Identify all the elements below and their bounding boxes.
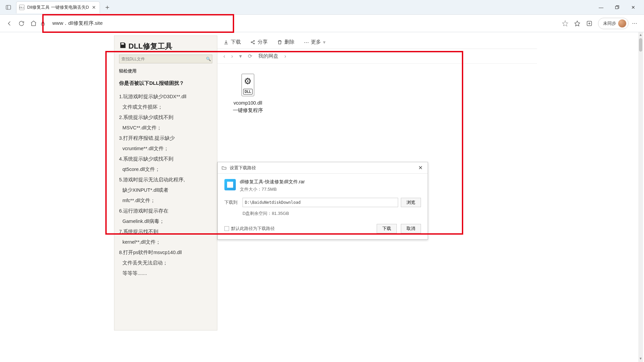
file-toolbar: 下载 分享 删除 ⋯ 更多 ▾ [217,36,537,49]
file-name-line1: vcomp100.dll [226,100,270,107]
avatar-icon [618,19,626,27]
floppy-icon [119,42,126,51]
sidebar-list-line: 5.游戏时提示无法启动此程序, [119,175,212,185]
sidebar-list-line: 4.系统提示缺少或找不到 [119,154,212,164]
sidebar-list-line: 7.系统提示找不到 [119,227,212,237]
browser-menu-button[interactable]: ⋯ [629,17,641,29]
sidebar-search-input[interactable] [119,57,205,61]
toolbar-more[interactable]: ⋯ 更多 ▾ [304,39,326,45]
nav-back-icon[interactable]: ‹ [223,53,225,59]
new-tab-button[interactable]: ＋ [102,2,113,13]
checkbox-icon [224,226,229,231]
download-icon [223,40,229,45]
download-path-dialog: 设置下载路径 ✕ dll修复工具-快速修复dll文件.rar 文件大小：77.5… [217,162,428,240]
file-item[interactable]: ⚙ DLL vcomp100.dll 一键修复程序 [226,74,270,114]
share-icon [250,40,256,45]
trash-icon [277,40,282,45]
refresh-button[interactable] [15,17,28,29]
file-icon: ⚙ DLL [241,74,254,96]
dots-icon: ⋯ [304,39,309,45]
sidebar-list-line: 6.运行游戏时提示存在 [119,206,212,216]
svg-rect-2 [615,6,618,9]
dialog-title: 设置下载路径 [230,165,256,171]
vertical-scrollbar[interactable]: ▲ ▼ [638,32,643,362]
svg-point-11 [254,40,255,41]
sidebar-list-line: 8.打开ps软件时msvcp140.dll [119,248,212,257]
browser-tab[interactable]: DLL Dll修复工具 一键修复电脑丢失D ✕ [16,1,100,13]
breadcrumb-bar: ‹ › ▾ ⟳ 我的网盘 › [217,49,537,64]
download-path-input[interactable] [243,198,398,207]
svg-marker-5 [575,21,580,26]
dialog-download-button[interactable]: 下载 [377,224,397,233]
file-name-line2: 一键修复程序 [226,107,270,114]
sidebar-list-line: 文件丢失无法启动； [119,258,212,268]
page-zoom-button[interactable] [559,17,571,29]
nav-fwd-icon[interactable]: › [231,53,233,59]
tab-shelf-button[interactable] [3,2,14,13]
svg-rect-3 [41,23,44,25]
svg-rect-0 [6,5,11,9]
scrollbar-down-icon[interactable]: ▼ [638,357,643,361]
scrollbar-up-icon[interactable]: ▲ [638,33,643,38]
dialog-close-button[interactable]: ✕ [416,164,424,172]
dialog-file-name: dll修复工具-快速修复dll文件.rar [240,179,305,185]
scrollbar-thumb[interactable] [639,38,642,52]
sidebar-list-line: 3.打开程序报错,提示缺少 [119,133,212,143]
window-close-button[interactable]: ✕ [625,1,641,14]
remember-path-checkbox[interactable]: 默认此路径为下载路径 [224,226,275,232]
window-maximize-button[interactable] [609,1,625,14]
disk-space-label: D盘剩余空间：81.35GB [243,210,421,217]
easy-use-label: 轻松使用 [119,68,212,74]
sidebar-question: 你是否被以下DLL报错困扰？ [119,80,212,86]
svg-point-10 [251,42,252,43]
svg-point-12 [254,43,255,44]
svg-marker-4 [563,21,568,26]
history-dropdown-icon[interactable]: ▾ [239,53,242,59]
svg-line-13 [252,41,254,42]
toolbar-share[interactable]: 分享 [250,39,268,45]
sidebar-list-line: MSVC**.dll文件； [119,123,212,133]
refresh-icon[interactable]: ⟳ [248,53,252,59]
profile-sync-button[interactable]: 未同步 [598,18,629,29]
sidebar-list-line: 2.系统提示缺少或找不到 [119,113,212,122]
tab-favicon: DLL [19,5,24,10]
dialog-folder-icon [221,165,227,171]
home-button[interactable] [28,17,40,29]
toolbar-delete[interactable]: 删除 [277,39,294,45]
toolbar-download[interactable]: 下载 [223,39,241,45]
sidebar-title: DLL修复工具 [119,41,212,51]
sidebar-list-line: Gamelink.dll病毒； [119,217,212,226]
sidebar-list-line: 缺少XINPUT*.dll或者 [119,185,212,195]
gear-icon: ⚙ [243,75,252,88]
sidebar-list-line: 1.玩游戏时提示缺少D3DX**.dll [119,92,212,102]
sidebar-list-line: qt5core.dll文件； [119,165,212,174]
address-bar[interactable]: www．dll修复程序.site [51,18,556,28]
window-minimize-button[interactable]: — [593,1,609,14]
favorites-button[interactable] [571,17,583,29]
chevron-down-icon: ▾ [323,39,326,45]
tab-close-button[interactable]: ✕ [91,4,97,10]
sidebar-list-line: kernel**,dll文件； [119,237,212,247]
page-sidebar: DLL修复工具 🔍 轻松使用 你是否被以下DLL报错困扰？ 1.玩游戏时提示缺少… [114,36,217,330]
app-icon [224,179,236,190]
sidebar-list-line: vcruntime**.dll文件； [119,144,212,154]
sidebar-list-line: mfc**.dll文件； [119,196,212,205]
collections-button[interactable] [583,17,595,29]
profile-sync-label: 未同步 [603,20,616,26]
tab-title: Dll修复工具 一键修复电脑丢失D [27,4,89,10]
dialog-cancel-button[interactable]: 取消 [401,224,421,233]
chevron-right-icon: › [284,53,286,59]
sidebar-list-line: 等等等....... [119,268,212,278]
dialog-file-size: 文件大小：77.5MB [240,186,305,192]
lock-icon [40,20,46,27]
svg-line-14 [252,42,254,43]
browse-button[interactable]: 浏览 [401,198,421,207]
sidebar-list-line: 文件或文件损坏； [119,102,212,112]
path-label: 下载到 [224,199,240,205]
search-icon: 🔍 [205,57,212,61]
sidebar-search[interactable]: 🔍 [119,55,212,63]
breadcrumb-root[interactable]: 我的网盘 [258,53,278,59]
back-button[interactable] [3,17,15,29]
